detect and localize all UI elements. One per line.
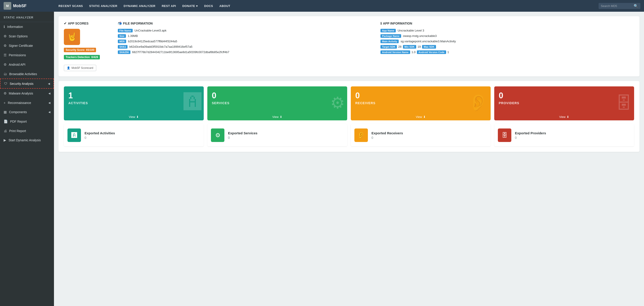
sidebar-item-reconnaissance[interactable]: + Reconnaissance ◀ xyxy=(0,98,54,107)
version-code-label: Android Version Code xyxy=(417,50,446,54)
version-name-label: Android Version Name xyxy=(380,50,410,54)
user-icon: 👤 xyxy=(67,66,70,70)
exported-receivers-card: 👂 Exported Receivers 0 xyxy=(351,124,491,146)
nav-recent-scans[interactable]: RECENT SCANS xyxy=(58,4,83,8)
layout: Static Analyzer ℹ Information ⚙ Scan Opt… xyxy=(0,12,644,306)
sidebar-item-android-api[interactable]: ⚙ Android API xyxy=(0,60,54,69)
stat-card-top-receivers: 0 RECEIVERS 👂 xyxy=(351,86,491,113)
app-row-name: App Name Uncrackable Level 3 xyxy=(380,29,634,32)
sidebar-item-browsable-activities[interactable]: 🗂 Browsable Activities xyxy=(0,69,54,79)
stat-card-services: 0 SERVICES ⚙ View ⬇ xyxy=(207,86,347,120)
app-name-value: Uncrackable Level 3 xyxy=(398,29,424,32)
download-icon-activities: ⬇ xyxy=(136,115,139,119)
sidebar-item-malware-analysis[interactable]: ⚙ Malware Analysis ◀ xyxy=(0,89,54,98)
stat-card-top-providers: 0 PROVIDERS 🗄 xyxy=(494,86,634,113)
app-row-version: Android Version Name 1.0 Android Version… xyxy=(380,50,634,54)
main-activity-label: Main Activity xyxy=(380,40,399,43)
app-name-label: App Name xyxy=(380,29,396,32)
stat-card-top-services: 0 SERVICES ⚙ xyxy=(207,86,347,113)
search-icon: 🔍 xyxy=(634,4,638,8)
nav-dynamic-analyzer[interactable]: DYNAMIC ANALYZER xyxy=(124,4,156,8)
logo-icon: M xyxy=(4,2,11,10)
app-row-sdk: Target SDK 28 Min SDK 19 Max SDK xyxy=(380,45,634,49)
sidebar-item-components[interactable]: ▦ Components ◀ xyxy=(0,107,54,117)
activities-label: ACTIVITIES xyxy=(68,101,199,105)
app-info-grid: ✔ APP SCORES 🤘 Security Score 65/100 Tra… xyxy=(64,22,634,71)
file-row-md5: MD5 b2019c64125edcaa577ff8d44f3244a5 xyxy=(118,40,372,43)
info-circle-icon: ℹ xyxy=(380,22,382,25)
security-score-badge: Security Score 65/100 xyxy=(64,48,96,52)
receivers-label: RECEIVERS xyxy=(355,101,486,105)
sidebar-item-signer-certificate[interactable]: ⚙ Signer Certificate xyxy=(0,41,54,50)
sha256-value: 6827f776b7d2844342711be6f13695ae8d1a5f20… xyxy=(132,50,229,54)
sidebar-item-start-dynamic[interactable]: ▶ Start Dynamic Analysis xyxy=(0,135,54,145)
file-info-section: 📬 FILE INFORMATION File Name UnCrackable… xyxy=(118,22,372,71)
version-name-value: 1.0 xyxy=(412,50,416,54)
nav-docs[interactable]: DOCS xyxy=(204,4,213,8)
target-sdk-value: 28 xyxy=(398,45,402,48)
sidebar-item-information[interactable]: ℹ Information xyxy=(0,22,54,32)
app-info-right-section: ℹ APP INFORMATION App Name Uncrackable L… xyxy=(380,22,634,71)
exported-services-info: Exported Services 0 xyxy=(228,131,258,140)
recon-icon: + xyxy=(4,101,6,105)
chevron-icon-recon: ◀ xyxy=(48,101,50,104)
sidebar: Static Analyzer ℹ Information ⚙ Scan Opt… xyxy=(0,12,54,306)
exported-providers-label: Exported Providers xyxy=(515,131,546,135)
app-row-package: Package Name owasp.mstg.uncrackable3 xyxy=(380,34,634,38)
services-view-button[interactable]: View ⬇ xyxy=(207,113,347,120)
activities-view-button[interactable]: View ⬇ xyxy=(64,113,204,120)
sha256-label: SHA256 xyxy=(118,50,130,54)
search-input[interactable] xyxy=(601,4,632,8)
exported-providers-icon: 🗄 xyxy=(498,128,511,142)
nav-rest-api[interactable]: REST API xyxy=(162,4,176,8)
exported-providers-card: 🗄 Exported Providers 0 xyxy=(494,124,634,146)
topnav-links: RECENT SCANS STATIC ANALYZER DYNAMIC ANA… xyxy=(58,4,593,8)
nav-about[interactable]: ABOUT xyxy=(220,4,230,8)
sidebar-item-print-report[interactable]: 🖨 Print Report xyxy=(0,126,54,135)
nav-static-analyzer[interactable]: STATIC ANALYZER xyxy=(89,4,118,8)
cert-icon: ⚙ xyxy=(4,44,6,48)
search-box: 🔍 xyxy=(598,3,640,9)
providers-label: PROVIDERS xyxy=(499,101,630,105)
sidebar-item-security-analysis[interactable]: 🛡 Security Analysis ◀ xyxy=(0,79,54,89)
malware-icon: ⚙ xyxy=(4,91,6,95)
play-icon: ▶ xyxy=(4,138,6,142)
topnav: M MobSF RECENT SCANS STATIC ANALYZER DYN… xyxy=(0,0,644,12)
nav-donate[interactable]: DONATE ♥ xyxy=(182,4,198,8)
list-icon: ☰ xyxy=(4,53,6,57)
filename-label: File Name xyxy=(118,29,133,32)
download-icon-providers: ⬇ xyxy=(567,115,569,119)
app-scores-section: ✔ APP SCORES 🤘 Security Score 65/100 Tra… xyxy=(64,22,109,71)
sha1-label: SHA1 xyxy=(118,45,128,49)
stat-cards-row: 1 ACTIVITIES 🅰 View ⬇ 0 SERVICES ⚙ xyxy=(64,86,634,120)
pdf-icon: 📄 xyxy=(4,120,8,124)
sidebar-item-permissions[interactable]: ☰ Permissions xyxy=(0,50,54,60)
trackers-badge: Trackers Detection 0/428 xyxy=(64,55,100,59)
activities-count: 1 xyxy=(68,91,199,100)
receivers-view-button[interactable]: View ⬇ xyxy=(351,113,491,120)
components-card: 1 ACTIVITIES 🅰 View ⬇ 0 SERVICES ⚙ xyxy=(58,81,640,152)
shield-icon: 🛡 xyxy=(4,82,8,86)
print-icon: 🖨 xyxy=(4,129,7,133)
scorecard-button[interactable]: 👤 MobSF Scorecard xyxy=(64,65,96,71)
sidebar-title: Static Analyzer xyxy=(0,12,54,22)
exported-activities-label: Exported Activities xyxy=(84,131,115,135)
browse-icon: 🗂 xyxy=(4,72,7,76)
app-scores-title: ✔ APP SCORES xyxy=(64,22,109,25)
sidebar-item-scan-options[interactable]: ⚙ Scan Options xyxy=(0,32,54,41)
target-sdk-label: Target SDK xyxy=(380,45,397,49)
file-row-size: Size 1.39MB xyxy=(118,34,372,38)
exported-activities-icon: 🅰 xyxy=(68,128,81,142)
app-info-title: ℹ APP INFORMATION xyxy=(380,22,634,25)
chevron-icon-malware: ◀ xyxy=(48,92,50,95)
min-sdk-label: Min SDK xyxy=(403,45,416,49)
download-icon-services: ⬇ xyxy=(280,115,282,119)
sidebar-item-pdf-report[interactable]: 📄 PDF Report xyxy=(0,117,54,126)
stat-card-providers: 0 PROVIDERS 🗄 View ⬇ xyxy=(494,86,634,120)
exported-services-icon: ⚙ xyxy=(211,128,224,142)
checkmark-icon: ✔ xyxy=(64,22,66,25)
exported-activities-count: 0 xyxy=(84,136,115,140)
components-icon: ▦ xyxy=(4,110,7,114)
max-sdk-label: Max SDK xyxy=(422,45,436,49)
providers-view-button[interactable]: View ⬇ xyxy=(494,113,634,120)
